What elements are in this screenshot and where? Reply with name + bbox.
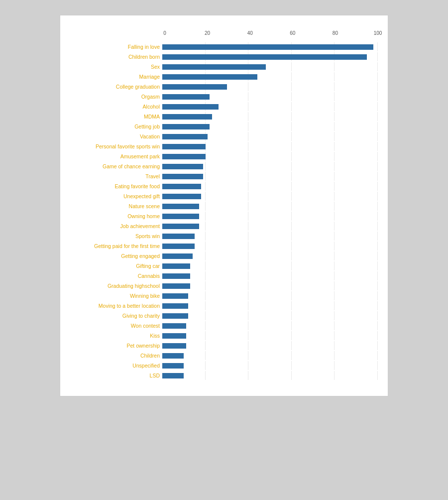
bar-track [162, 371, 378, 380]
bar-row: Alcohol [60, 102, 378, 111]
bar-track [162, 301, 378, 310]
bar-fill [162, 54, 367, 60]
bar-track [162, 212, 378, 221]
bar-fill [162, 293, 188, 299]
bar-fill [162, 104, 219, 110]
bar-fill [162, 144, 206, 149]
bar-track [162, 42, 378, 51]
bar-track [162, 361, 378, 370]
chart-wrapper: 020406080100 Falling in loveChildren bor… [60, 30, 378, 380]
bar-row: College graduation [60, 82, 378, 91]
bar-label: Getting engaged [60, 253, 162, 259]
bar-row: Cannabis [60, 271, 378, 280]
x-tick-label: 80 [333, 30, 338, 36]
x-tick-label: 100 [374, 30, 382, 36]
bar-row: Sex [60, 62, 378, 71]
bar-track [162, 192, 378, 201]
bar-fill [162, 164, 203, 169]
bar-label: Winning bike [60, 293, 162, 299]
bar-label: MDMA [60, 114, 162, 120]
bar-row: Gifting car [60, 261, 378, 270]
bar-fill [162, 154, 206, 159]
bar-track [162, 291, 378, 300]
bar-label: Sports win [60, 233, 162, 239]
bar-label: Amusement park [60, 153, 162, 159]
bar-label: Nature scene [60, 203, 162, 209]
bar-track [162, 102, 378, 111]
bar-label: Personal favorite sports win [60, 143, 162, 149]
bar-fill [162, 114, 212, 120]
bar-track [162, 152, 378, 161]
bar-fill [162, 124, 210, 129]
bar-label: Job achievement [60, 223, 162, 229]
bar-label: Orgasm [60, 94, 162, 100]
rows-area: Falling in loveChildren bornSexMarriageC… [60, 42, 378, 380]
bar-track [162, 261, 378, 270]
bar-track [162, 62, 378, 71]
bar-row: Personal favorite sports win [60, 142, 378, 151]
bar-track [162, 162, 378, 171]
bar-label: Kiss [60, 333, 162, 339]
bar-track [162, 341, 378, 350]
bar-fill [162, 184, 201, 189]
bar-row: Nature scene [60, 202, 378, 211]
x-tick-label: 20 [205, 30, 210, 36]
bar-fill [162, 84, 227, 90]
bar-fill [162, 303, 188, 309]
bar-label: Won contest [60, 323, 162, 329]
bar-fill [162, 74, 257, 80]
bar-fill [162, 244, 195, 249]
bar-label: Game of chance earning [60, 163, 162, 169]
x-axis-top: 020406080100 [165, 30, 378, 40]
bar-fill [162, 343, 186, 349]
bar-label: Marriage [60, 74, 162, 80]
x-tick-label: 0 [163, 30, 166, 36]
bar-label: Owning home [60, 213, 162, 219]
bar-fill [162, 373, 184, 378]
bar-track [162, 202, 378, 211]
bar-track [162, 112, 378, 121]
bar-row: Vacation [60, 132, 378, 141]
bar-row: Sports win [60, 232, 378, 241]
bar-row: Kiss [60, 331, 378, 340]
bar-label: Gifting car [60, 263, 162, 269]
bar-label: Falling in love [60, 44, 162, 50]
bar-label: Cannabis [60, 273, 162, 279]
bar-label: Eating favorite food [60, 183, 162, 189]
bar-row: Travel [60, 172, 378, 181]
bar-track [162, 331, 378, 340]
bar-track [162, 281, 378, 290]
bar-row: Graduating highschool [60, 281, 378, 290]
bar-row: Pet ownership [60, 341, 378, 350]
bar-label: Pet ownership [60, 343, 162, 349]
bar-track [162, 321, 378, 330]
bar-label: Vacation [60, 133, 162, 139]
bar-fill [162, 134, 208, 139]
bar-label: College graduation [60, 84, 162, 90]
bar-fill [162, 263, 190, 269]
bar-track [162, 82, 378, 91]
bar-row: Winning bike [60, 291, 378, 300]
bar-row: Orgasm [60, 92, 378, 101]
bar-fill [162, 353, 184, 359]
bar-fill [162, 194, 201, 199]
bar-label: Getting paid for the first time [60, 243, 162, 249]
bar-label: Graduating highschool [60, 283, 162, 289]
bar-track [162, 142, 378, 151]
bar-row: LSD [60, 371, 378, 380]
bar-fill [162, 64, 266, 70]
bar-track [162, 52, 378, 61]
bar-row: Unspecified [60, 361, 378, 370]
bar-fill [162, 273, 190, 279]
bar-label: Getting job [60, 124, 162, 129]
bar-row: Falling in love [60, 42, 378, 51]
bar-row: Getting job [60, 122, 378, 131]
bar-row: Owning home [60, 212, 378, 221]
bar-row: Getting paid for the first time [60, 242, 378, 250]
bar-row: Moving to a better location [60, 301, 378, 310]
bar-fill [162, 234, 195, 239]
bar-label: Sex [60, 64, 162, 70]
bar-fill [162, 174, 203, 179]
bar-track [162, 222, 378, 231]
bar-row: Unexpected gift [60, 192, 378, 201]
